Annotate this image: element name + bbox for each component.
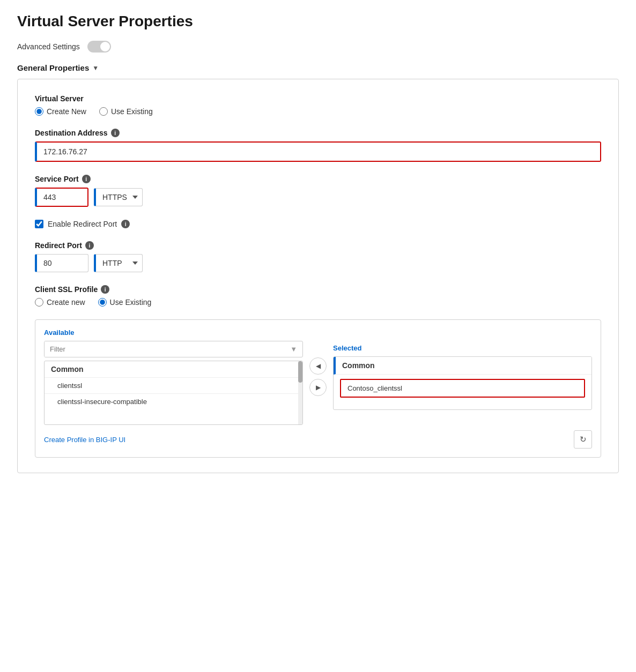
available-list-inner: Common clientssl clientssl-insecure-comp…	[45, 361, 302, 409]
transfer-buttons: ◀ ▶	[309, 357, 327, 396]
enable-redirect-port-row: Enable Redirect Port i	[35, 220, 601, 228]
enable-redirect-port-info-icon[interactable]: i	[121, 220, 130, 228]
left-arrow-icon: ◀	[316, 362, 321, 370]
virtual-server-create-new-radio[interactable]	[35, 107, 43, 116]
destination-address-label: Destination Address i	[35, 129, 601, 137]
scrollbar-indicator	[298, 361, 302, 424]
advanced-settings-label: Advanced Settings	[17, 42, 80, 51]
page-title: Virtual Server Properties	[17, 13, 619, 30]
service-port-label: Service Port i	[35, 175, 601, 183]
enable-redirect-port-label: Enable Redirect Port	[48, 220, 117, 228]
filter-input[interactable]	[45, 341, 285, 357]
dual-list-container: Available ▼ Common clientssl clientssl-i…	[35, 319, 601, 458]
client-ssl-radio-group: Create new Use Existing	[35, 298, 601, 307]
destination-address-group: Destination Address i	[35, 129, 601, 162]
dual-list-layout: Available ▼ Common clientssl clientssl-i…	[44, 328, 592, 425]
filter-row: ▼	[44, 341, 303, 357]
selected-item-wrap: Contoso_clientssl	[334, 375, 591, 402]
enable-redirect-port-checkbox[interactable]	[35, 220, 43, 228]
virtual-server-use-existing-radio[interactable]	[99, 107, 108, 116]
client-ssl-profile-group: Client SSL Profile i Create new Use Exis…	[35, 285, 601, 307]
create-profile-link[interactable]: Create Profile in BIG-IP UI	[44, 436, 125, 444]
refresh-icon: ↻	[580, 435, 587, 444]
selected-panel: Selected Common Contoso_clientssl	[333, 344, 592, 410]
virtual-server-create-new-label: Create New	[47, 107, 86, 116]
redirect-port-label: Redirect Port i	[35, 241, 601, 250]
right-arrow-icon: ▶	[316, 384, 321, 391]
redirect-port-input[interactable]	[35, 254, 88, 272]
service-port-row: HTTPS HTTP FTP Other	[35, 188, 601, 207]
available-panel: Available ▼ Common clientssl clientssl-i…	[44, 328, 303, 425]
redirect-port-group: Redirect Port i HTTP HTTPS FTP Other	[35, 241, 601, 272]
available-list: Common clientssl clientssl-insecure-comp…	[44, 361, 303, 425]
selected-item-contoso[interactable]: Contoso_clientssl	[340, 379, 585, 398]
funnel-icon: ▼	[285, 341, 302, 357]
service-port-input[interactable]	[35, 188, 88, 207]
redirect-port-info-icon[interactable]: i	[85, 241, 94, 250]
virtual-server-use-existing[interactable]: Use Existing	[99, 107, 153, 116]
general-properties-header[interactable]: General Properties ▼	[17, 63, 619, 72]
virtual-server-label: Virtual Server	[35, 94, 601, 103]
service-port-info-icon[interactable]: i	[82, 175, 91, 183]
footer-row: Create Profile in BIG-IP UI ↻	[44, 430, 592, 449]
destination-address-input-wrap	[35, 141, 601, 162]
general-properties-title: General Properties	[17, 63, 89, 72]
virtual-server-group: Virtual Server Create New Use Existing	[35, 94, 601, 116]
client-ssl-create-new-radio[interactable]	[35, 298, 43, 307]
list-item-clientssl-insecure[interactable]: clientssl-insecure-compatible	[45, 394, 302, 409]
redirect-port-protocol-select[interactable]: HTTP HTTPS FTP Other	[94, 254, 143, 272]
service-port-group: Service Port i HTTPS HTTP FTP Other	[35, 175, 601, 207]
client-ssl-profile-info-icon[interactable]: i	[101, 285, 109, 294]
list-item-clientssl[interactable]: clientssl	[45, 378, 302, 394]
redirect-port-row: HTTP HTTPS FTP Other	[35, 254, 601, 272]
scrollbar-thumb	[298, 361, 302, 383]
selected-list: Common Contoso_clientssl	[333, 356, 592, 410]
main-card: Virtual Server Create New Use Existing D…	[17, 79, 619, 473]
available-group-common[interactable]: Common	[45, 361, 302, 378]
advanced-settings-row: Advanced Settings	[17, 41, 619, 53]
client-ssl-use-existing-radio[interactable]	[98, 298, 107, 307]
virtual-server-create-new[interactable]: Create New	[35, 107, 86, 116]
client-ssl-profile-label: Client SSL Profile i	[35, 285, 601, 294]
advanced-settings-toggle[interactable]	[87, 41, 111, 53]
refresh-button[interactable]: ↻	[574, 430, 592, 449]
client-ssl-use-existing[interactable]: Use Existing	[98, 298, 152, 307]
virtual-server-radio-group: Create New Use Existing	[35, 107, 601, 116]
selected-panel-label: Selected	[333, 344, 592, 352]
transfer-left-button[interactable]: ◀	[309, 357, 327, 375]
destination-address-input[interactable]	[35, 141, 601, 162]
client-ssl-create-new[interactable]: Create new	[35, 298, 85, 307]
selected-group-common[interactable]: Common	[334, 357, 591, 375]
destination-address-info-icon[interactable]: i	[111, 129, 120, 137]
chevron-down-icon: ▼	[92, 64, 99, 72]
virtual-server-use-existing-label: Use Existing	[111, 107, 153, 116]
client-ssl-use-existing-label: Use Existing	[110, 298, 152, 307]
service-port-protocol-select[interactable]: HTTPS HTTP FTP Other	[94, 188, 143, 206]
available-panel-label: Available	[44, 328, 303, 337]
client-ssl-create-new-label: Create new	[47, 298, 85, 307]
transfer-right-button[interactable]: ▶	[309, 379, 327, 396]
